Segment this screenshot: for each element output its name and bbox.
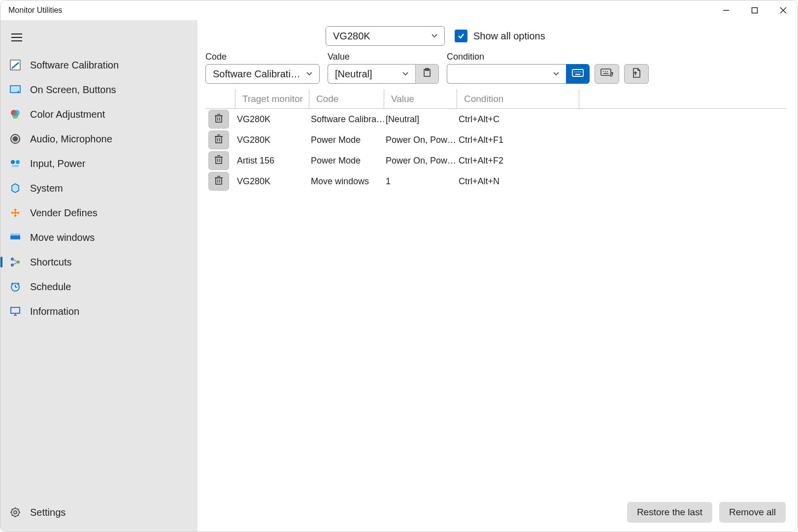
cell-target: Artist 156 xyxy=(235,156,311,166)
svg-line-44 xyxy=(18,509,19,510)
svg-point-14 xyxy=(13,136,18,141)
titlebar: Monitor Utilities xyxy=(0,0,798,20)
windows-icon xyxy=(9,232,21,243)
sidebar-item-label: Audio, Microphone xyxy=(30,133,112,145)
close-button[interactable] xyxy=(769,0,798,20)
value-paste-button[interactable] xyxy=(415,64,439,84)
trash-icon xyxy=(214,134,223,146)
sidebar-item-move-windows[interactable]: Move windows xyxy=(0,225,198,250)
hamburger-button[interactable] xyxy=(4,25,29,50)
column-header-condition[interactable]: Condition xyxy=(457,89,579,108)
cell-value: 1 xyxy=(386,176,459,187)
svg-line-27 xyxy=(12,262,18,265)
keyboard-icon xyxy=(572,68,584,80)
sidebar-item-label: Input, Power xyxy=(30,158,85,169)
input-power-icon xyxy=(9,158,21,169)
sidebar-item-label: Software Calibration xyxy=(30,60,119,71)
code-select-value: Software Calibration xyxy=(213,68,300,80)
keyboard-export-icon xyxy=(600,68,613,80)
column-header-target[interactable]: Traget monitor xyxy=(235,89,309,108)
code-select[interactable]: Software Calibration xyxy=(205,64,320,84)
monitor-select[interactable]: VG280K xyxy=(326,26,445,46)
cell-code: Software Calibration xyxy=(311,114,386,125)
restore-last-button[interactable]: Restore the last xyxy=(627,502,712,523)
column-header-code[interactable]: Code xyxy=(309,89,384,108)
sidebar-item-audio-microphone[interactable]: Audio, Microphone xyxy=(0,127,198,151)
sidebar-item-label: Settings xyxy=(30,507,66,518)
delete-row-button[interactable] xyxy=(208,172,229,191)
column-header-value[interactable]: Value xyxy=(384,89,457,108)
sidebar-item-input-power[interactable]: Input, Power xyxy=(0,151,198,176)
sidebar: Software Calibration On Screen, Buttons … xyxy=(0,20,198,532)
system-icon xyxy=(9,182,21,194)
calibration-icon xyxy=(9,59,21,71)
svg-rect-75 xyxy=(216,178,222,184)
cell-code: Power Mode xyxy=(311,156,386,166)
keyboard-record-button[interactable] xyxy=(566,64,590,84)
clock-icon xyxy=(9,281,21,293)
sidebar-item-label: Schedule xyxy=(30,281,71,293)
table-row[interactable]: VG280K Move windows 1 Ctrl+Alt+N xyxy=(205,171,786,192)
cell-condition: Ctrl+Alt+C xyxy=(459,114,581,125)
svg-point-15 xyxy=(11,160,15,164)
trash-icon xyxy=(214,175,223,188)
cell-value: [Neutral] xyxy=(386,114,459,125)
table-row[interactable]: VG280K Power Mode Power On, Power Off Ct… xyxy=(205,130,786,150)
chevron-down-icon xyxy=(430,33,439,39)
sidebar-item-on-screen-buttons[interactable]: On Screen, Buttons xyxy=(0,77,198,102)
sidebar-item-vendor-defines[interactable]: Vender Defines xyxy=(0,200,198,225)
value-select[interactable]: [Neutral] xyxy=(328,64,415,84)
cell-code: Power Mode xyxy=(311,135,386,145)
audio-icon xyxy=(9,133,21,145)
svg-line-43 xyxy=(18,515,19,516)
sidebar-item-information[interactable]: Information xyxy=(0,299,198,324)
shortcuts-table: Traget monitor Code Value Condition VG28… xyxy=(205,89,786,497)
svg-rect-22 xyxy=(10,233,20,235)
gear-icon xyxy=(9,506,21,518)
table-row[interactable]: Artist 156 Power Mode Power On, Power Of… xyxy=(205,150,786,171)
file-export-icon xyxy=(631,67,642,81)
svg-line-45 xyxy=(12,515,13,516)
delete-row-button[interactable] xyxy=(208,131,229,149)
delete-row-button[interactable] xyxy=(208,110,229,129)
sidebar-item-schedule[interactable]: Schedule xyxy=(0,274,198,299)
minimize-button[interactable] xyxy=(712,0,740,20)
sidebar-item-label: Color Adjustment xyxy=(30,109,105,120)
sidebar-item-system[interactable]: System xyxy=(0,176,198,200)
sidebar-item-software-calibration[interactable]: Software Calibration xyxy=(0,53,198,77)
value-field-label: Value xyxy=(328,52,439,62)
cell-value: Power On, Power Off xyxy=(386,135,459,145)
sidebar-item-settings[interactable]: Settings xyxy=(0,500,198,525)
svg-rect-33 xyxy=(11,307,20,313)
sidebar-item-label: Shortcuts xyxy=(30,257,71,268)
chevron-down-icon xyxy=(400,70,410,77)
maximize-button[interactable] xyxy=(740,0,769,20)
chevron-down-icon xyxy=(551,70,561,77)
remove-all-button[interactable]: Remove all xyxy=(719,502,786,523)
file-export-button[interactable] xyxy=(624,64,649,84)
window-title: Monitor Utilities xyxy=(8,6,62,15)
svg-rect-1 xyxy=(752,8,758,13)
clipboard-icon xyxy=(422,68,432,80)
condition-select[interactable] xyxy=(447,64,566,84)
svg-rect-65 xyxy=(216,136,222,143)
condition-field-label: Condition xyxy=(447,52,590,62)
column-header-delete xyxy=(205,89,235,108)
screen-icon xyxy=(9,84,21,96)
svg-point-12 xyxy=(12,113,18,119)
keyboard-export-button[interactable] xyxy=(595,64,619,84)
svg-rect-17 xyxy=(12,165,19,167)
table-row[interactable]: VG280K Software Calibration [Neutral] Ct… xyxy=(205,109,786,130)
color-icon xyxy=(9,108,21,120)
sidebar-item-shortcuts[interactable]: Shortcuts xyxy=(0,250,198,274)
checkbox-checked-icon xyxy=(455,30,467,42)
delete-row-button[interactable] xyxy=(208,151,229,170)
trash-icon xyxy=(214,113,223,126)
trash-icon xyxy=(214,155,223,167)
show-all-options-checkbox[interactable]: Show all options xyxy=(455,26,545,46)
chevron-down-icon xyxy=(304,70,314,77)
svg-rect-60 xyxy=(216,116,222,122)
main-content: VG280K Show all options Code xyxy=(198,20,798,532)
sidebar-item-label: Move windows xyxy=(30,232,95,243)
sidebar-item-color-adjustment[interactable]: Color Adjustment xyxy=(0,102,198,127)
